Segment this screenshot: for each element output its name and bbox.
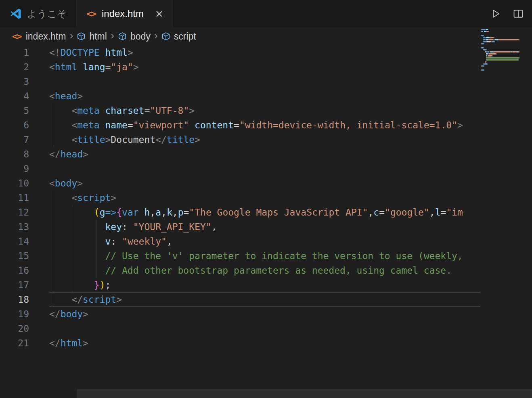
breadcrumb-label: index.htm bbox=[26, 31, 66, 42]
code-text bbox=[29, 321, 49, 336]
code-line-13[interactable]: 13 key: "YOUR_API_KEY", bbox=[0, 220, 480, 234]
code-line-20[interactable]: 20 bbox=[0, 321, 480, 336]
line-number: 15 bbox=[0, 249, 29, 263]
tab-label: ようこそ bbox=[27, 7, 67, 20]
code-line-15[interactable]: 15 // Use the 'v' parameter to indicate … bbox=[0, 249, 480, 263]
breadcrumb-item-html[interactable]: html bbox=[77, 31, 107, 42]
code-text: key: "YOUR_API_KEY", bbox=[29, 220, 217, 234]
vscode-logo-icon bbox=[10, 8, 22, 20]
chevron-right-icon: › bbox=[66, 29, 77, 43]
code-line-8[interactable]: 8</head> bbox=[0, 147, 480, 161]
code-text: // Add other bootstrap parameters as nee… bbox=[29, 263, 452, 278]
breadcrumb-item-script[interactable]: script bbox=[161, 31, 196, 42]
code-text: }); bbox=[29, 278, 111, 292]
code-line-6[interactable]: 6 <meta name="viewport" content="width=d… bbox=[0, 118, 480, 132]
horizontal-scrollbar[interactable] bbox=[77, 389, 532, 398]
line-number: 8 bbox=[0, 147, 29, 161]
indent-guide bbox=[52, 220, 52, 234]
line-number: 3 bbox=[0, 74, 29, 89]
indent-guide bbox=[74, 278, 74, 292]
indent-guide bbox=[96, 220, 97, 234]
indent-guide bbox=[74, 263, 74, 278]
line-number: 20 bbox=[0, 321, 29, 336]
code-line-18[interactable]: 18 </script> bbox=[0, 292, 480, 307]
tab-label: index.htm bbox=[102, 8, 144, 19]
line-number: 12 bbox=[0, 205, 29, 220]
code-text: </script> bbox=[29, 292, 122, 307]
code-lines[interactable]: 1<!DOCTYPE html>2<html lang="ja">34<head… bbox=[0, 45, 480, 398]
code-text bbox=[29, 74, 49, 89]
code-line-21[interactable]: 21</html> bbox=[0, 336, 480, 350]
code-text: <meta name="viewport" content="width=dev… bbox=[29, 118, 463, 132]
code-text: <head> bbox=[29, 89, 83, 103]
breadcrumb-label: body bbox=[130, 31, 151, 42]
indent-guide bbox=[52, 132, 52, 147]
code-text: <html lang="ja"> bbox=[29, 60, 139, 74]
code-line-4[interactable]: 4<head> bbox=[0, 89, 480, 103]
code-line-1[interactable]: 1<!DOCTYPE html> bbox=[0, 45, 480, 60]
line-number: 14 bbox=[0, 234, 29, 249]
symbol-cube-icon bbox=[118, 32, 127, 41]
indent-guide bbox=[52, 292, 52, 307]
indent-guide bbox=[74, 249, 74, 263]
indent-guide bbox=[52, 278, 52, 292]
indent-guide bbox=[52, 234, 52, 249]
code-line-2[interactable]: 2<html lang="ja"> bbox=[0, 60, 480, 74]
line-number: 2 bbox=[0, 60, 29, 74]
line-number: 4 bbox=[0, 89, 29, 103]
breadcrumb-item-file[interactable]: <> index.htm bbox=[12, 31, 66, 42]
line-number: 5 bbox=[0, 103, 29, 118]
indent-guide bbox=[96, 263, 97, 278]
breadcrumb: <> index.htm › html › body › script bbox=[0, 27, 532, 45]
code-line-9[interactable]: 9 bbox=[0, 161, 480, 176]
line-number: 10 bbox=[0, 176, 29, 191]
breadcrumb-label: script bbox=[174, 31, 196, 42]
split-editor-icon[interactable] bbox=[513, 8, 524, 19]
code-text bbox=[29, 161, 49, 176]
code-line-12[interactable]: 12 (g=>{var h,a,k,p="The Google Maps Jav… bbox=[0, 205, 480, 220]
code-line-5[interactable]: 5 <meta charset="UTF-8"> bbox=[0, 103, 480, 118]
indent-guide bbox=[52, 103, 52, 118]
code-line-3[interactable]: 3 bbox=[0, 74, 480, 89]
line-number: 17 bbox=[0, 278, 29, 292]
minimap-line bbox=[481, 69, 531, 71]
code-text: // Use the 'v' parameter to indicate the… bbox=[29, 249, 463, 263]
code-text: <body> bbox=[29, 176, 83, 191]
code-text: <title>Document</title> bbox=[29, 132, 200, 147]
line-number: 21 bbox=[0, 336, 29, 350]
line-number: 18 bbox=[0, 292, 29, 307]
indent-guide bbox=[52, 118, 52, 132]
indent-guide bbox=[96, 249, 97, 263]
minimap[interactable] bbox=[481, 29, 531, 71]
code-line-19[interactable]: 19</body> bbox=[0, 307, 480, 321]
code-text: </head> bbox=[29, 147, 88, 161]
line-number: 9 bbox=[0, 161, 29, 176]
indent-guide bbox=[74, 205, 74, 220]
chevron-right-icon: › bbox=[151, 29, 161, 43]
close-icon[interactable]: × bbox=[155, 7, 163, 20]
code-line-14[interactable]: 14 v: "weekly", bbox=[0, 234, 480, 249]
run-icon[interactable] bbox=[490, 8, 501, 19]
indent-guide bbox=[52, 205, 52, 220]
code-line-11[interactable]: 11 <script> bbox=[0, 191, 480, 205]
tab-index-htm[interactable]: <> index.htm × bbox=[77, 0, 173, 27]
code-text: v: "weekly", bbox=[29, 234, 172, 249]
indent-guide bbox=[52, 249, 52, 263]
line-number: 11 bbox=[0, 191, 29, 205]
chevron-right-icon: › bbox=[107, 29, 118, 43]
code-line-17[interactable]: 17 }); bbox=[0, 278, 480, 292]
breadcrumb-item-body[interactable]: body bbox=[118, 31, 151, 42]
tab-welcome[interactable]: ようこそ bbox=[0, 0, 77, 27]
code-line-7[interactable]: 7 <title>Document</title> bbox=[0, 132, 480, 147]
editor: 1<!DOCTYPE html>2<html lang="ja">34<head… bbox=[0, 45, 532, 398]
code-line-16[interactable]: 16 // Add other bootstrap parameters as … bbox=[0, 263, 480, 278]
line-number: 16 bbox=[0, 263, 29, 278]
line-number: 7 bbox=[0, 132, 29, 147]
code-line-10[interactable]: 10<body> bbox=[0, 176, 480, 191]
symbol-cube-icon bbox=[161, 32, 170, 41]
editor-actions bbox=[490, 0, 524, 27]
vscode-window: ようこそ <> index.htm × <> index.htm bbox=[0, 0, 532, 398]
indent-guide bbox=[96, 234, 97, 249]
code-file-icon: <> bbox=[12, 31, 22, 42]
line-number: 13 bbox=[0, 220, 29, 234]
